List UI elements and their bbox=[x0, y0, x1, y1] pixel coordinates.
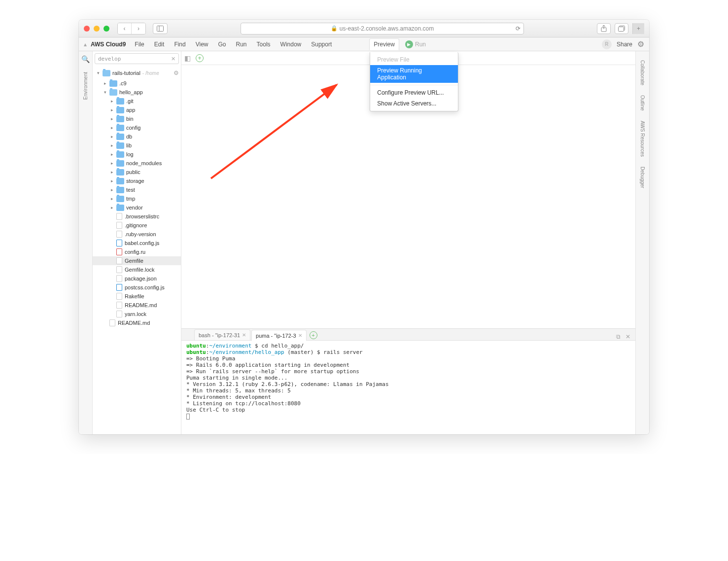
terminal-tab[interactable]: puma - "ip-172-3✕ bbox=[251, 330, 307, 341]
dd-preview-running[interactable]: Preview Running Application bbox=[370, 65, 458, 83]
svg-rect-5 bbox=[619, 27, 624, 31]
tree-folder[interactable]: ▸log bbox=[93, 150, 181, 159]
tree-file[interactable]: .browserslistrc bbox=[93, 212, 181, 221]
file-icon bbox=[116, 275, 122, 282]
tree-folder[interactable]: ▸.git bbox=[93, 97, 181, 105]
terminal-new-tab-icon[interactable]: + bbox=[310, 331, 317, 339]
folder-icon bbox=[116, 160, 124, 167]
new-tab-plus-icon[interactable]: + bbox=[196, 54, 204, 62]
tree-folder[interactable]: ▸test bbox=[93, 185, 181, 194]
sidebar-icon bbox=[157, 26, 164, 32]
tree-folder[interactable]: ▸public bbox=[93, 168, 181, 176]
menu-find[interactable]: Find bbox=[170, 39, 189, 50]
tree-folder[interactable]: ▾hello_app bbox=[93, 88, 181, 97]
tree-folder[interactable]: ▸db bbox=[93, 132, 181, 141]
tree-folder[interactable]: ▸vendor bbox=[93, 203, 181, 212]
menu-run[interactable]: Run bbox=[232, 39, 251, 50]
minimize-window-button[interactable] bbox=[94, 26, 100, 32]
right-gutter: Collaborate Outline AWS Resources Debugg… bbox=[635, 51, 649, 434]
folder-icon bbox=[116, 151, 124, 158]
tree-folder[interactable]: ▸config bbox=[93, 123, 181, 132]
folder-icon bbox=[116, 187, 124, 193]
right-tab-aws-resources[interactable]: AWS Resources bbox=[640, 116, 645, 162]
menu-preview[interactable]: Preview Preview File Preview Running App… bbox=[369, 38, 399, 50]
menu-tools[interactable]: Tools bbox=[253, 39, 275, 50]
tabs-icon bbox=[618, 26, 625, 32]
file-tree[interactable]: ▾rails-tutorial- /home⚙▸.c9▾hello_app▸.g… bbox=[93, 66, 181, 434]
menu-go[interactable]: Go bbox=[214, 39, 230, 50]
svg-rect-0 bbox=[157, 26, 164, 31]
maximize-window-button[interactable] bbox=[104, 26, 109, 32]
right-tab-collaborate[interactable]: Collaborate bbox=[640, 55, 645, 90]
settings-gear-icon[interactable]: ⚙ bbox=[637, 39, 644, 49]
left-tab-environment[interactable]: Environment bbox=[83, 67, 88, 105]
folder-icon bbox=[109, 80, 117, 87]
close-window-button[interactable] bbox=[84, 26, 90, 32]
tree-file[interactable]: .ruby-version bbox=[93, 230, 181, 239]
panel-icon[interactable]: ◧ bbox=[184, 54, 191, 62]
share-label[interactable]: Share bbox=[617, 41, 632, 48]
search-icon[interactable]: 🔍 bbox=[81, 55, 90, 63]
reload-icon[interactable]: ⟳ bbox=[516, 25, 520, 32]
terminal-popout-icon[interactable]: ⧉ bbox=[616, 333, 621, 340]
terminal-output[interactable]: ubuntu:~/environment $ cd hello_app/ ubu… bbox=[181, 341, 635, 434]
url-text: us-east-2.console.aws.amazon.com bbox=[340, 25, 434, 32]
share-icon bbox=[601, 25, 607, 32]
tree-file[interactable]: package.json bbox=[93, 274, 181, 283]
tree-folder[interactable]: ▸node_modules bbox=[93, 159, 181, 168]
menu-edit[interactable]: Edit bbox=[150, 39, 169, 50]
tree-file[interactable]: yarn.lock bbox=[93, 310, 181, 318]
file-icon bbox=[116, 302, 122, 309]
window-controls bbox=[84, 26, 109, 32]
tree-file[interactable]: .gitignore bbox=[93, 221, 181, 230]
menu-run-app[interactable]: ▶ Run bbox=[401, 38, 430, 50]
new-tab-button[interactable]: + bbox=[632, 23, 644, 34]
tabs-button[interactable] bbox=[615, 23, 628, 34]
address-bar[interactable]: 🔒 us-east-2.console.aws.amazon.com ⟳ bbox=[241, 23, 524, 35]
tree-file[interactable]: Gemfile bbox=[93, 256, 181, 265]
file-icon bbox=[116, 293, 122, 300]
tree-folder[interactable]: ▸storage bbox=[93, 176, 181, 185]
tree-folder[interactable]: ▸lib bbox=[93, 141, 181, 150]
left-gutter: 🔍 Environment bbox=[79, 51, 93, 434]
right-tab-debugger[interactable]: Debugger bbox=[640, 162, 645, 193]
tree-file[interactable]: babel.config.js bbox=[93, 239, 181, 247]
dd-configure[interactable]: Configure Preview URL... bbox=[370, 87, 458, 98]
main-area: 🔍 Environment develop ✕ ▾rails-tutorial-… bbox=[79, 51, 649, 434]
tree-file[interactable]: Gemfile.lock bbox=[93, 265, 181, 274]
terminal-close-icon[interactable]: ✕ bbox=[625, 333, 630, 340]
menu-window[interactable]: Window bbox=[277, 39, 306, 50]
tree-file[interactable]: Rakefile bbox=[93, 292, 181, 301]
close-icon[interactable]: ✕ bbox=[242, 332, 246, 338]
clear-search-icon[interactable]: ✕ bbox=[171, 56, 175, 62]
user-avatar[interactable]: R bbox=[602, 39, 612, 49]
file-icon bbox=[116, 257, 122, 264]
folder-icon bbox=[116, 169, 124, 175]
share-button[interactable] bbox=[597, 23, 611, 34]
close-icon[interactable]: ✕ bbox=[298, 333, 302, 338]
tree-folder[interactable]: ▸.c9 bbox=[93, 79, 181, 88]
tree-folder[interactable]: ▸app bbox=[93, 105, 181, 114]
file-icon bbox=[116, 240, 122, 246]
tree-file[interactable]: README.md bbox=[93, 318, 181, 327]
tree-file[interactable]: README.md bbox=[93, 301, 181, 310]
menu-file[interactable]: File bbox=[131, 39, 148, 50]
tree-file[interactable]: postcss.config.js bbox=[93, 283, 181, 292]
folder-icon bbox=[109, 89, 117, 96]
tree-root[interactable]: ▾rails-tutorial- /home⚙ bbox=[93, 67, 181, 79]
back-button[interactable]: ‹ bbox=[118, 23, 132, 34]
file-search-input[interactable]: develop ✕ bbox=[95, 53, 179, 64]
file-panel: develop ✕ ▾rails-tutorial- /home⚙▸.c9▾he… bbox=[93, 51, 181, 434]
tree-folder[interactable]: ▸bin bbox=[93, 114, 181, 123]
tree-settings-icon[interactable]: ⚙ bbox=[173, 70, 181, 76]
safari-sidebar-button[interactable] bbox=[153, 23, 168, 34]
folder-icon bbox=[116, 142, 124, 149]
terminal-tab[interactable]: bash - "ip-172-31✕ bbox=[194, 329, 250, 340]
menu-support[interactable]: Support bbox=[307, 39, 336, 50]
menu-view[interactable]: View bbox=[192, 39, 212, 50]
dd-show-servers[interactable]: Show Active Servers... bbox=[370, 98, 458, 109]
right-tab-outline[interactable]: Outline bbox=[640, 90, 645, 116]
forward-button[interactable]: › bbox=[132, 23, 145, 34]
tree-file[interactable]: config.ru bbox=[93, 247, 181, 256]
tree-folder[interactable]: ▸tmp bbox=[93, 194, 181, 203]
